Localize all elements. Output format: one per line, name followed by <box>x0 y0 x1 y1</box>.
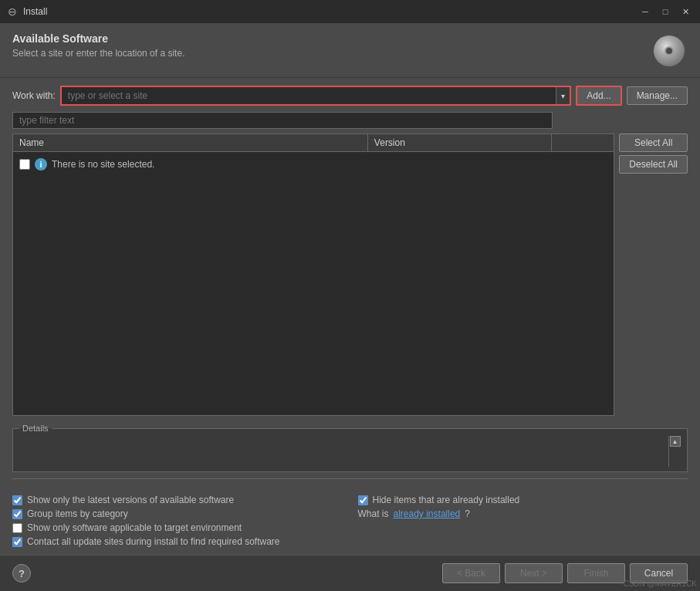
target-env-checkbox[interactable] <box>12 523 22 533</box>
col-version: Version <box>368 134 552 151</box>
table-header: Name Version <box>12 133 614 151</box>
close-button[interactable]: ✕ <box>677 3 694 20</box>
details-scrollbar: ▲ <box>668 436 681 467</box>
side-buttons: Select All Deselect All <box>619 133 688 416</box>
option-contact-sites-row: Contact all update sites during install … <box>12 536 688 547</box>
group-category-label: Group items by category <box>27 508 128 519</box>
option-what-installed: What is already installed ? <box>358 508 688 519</box>
option-contact-sites <box>358 522 688 533</box>
dialog-content: Work with: ▾ Add... Manage... Name Versi… <box>0 78 700 555</box>
app-icon: ⊖ <box>6 5 19 18</box>
options-grid: Show only the latest versions of availab… <box>12 495 688 547</box>
filter-input[interactable] <box>12 112 553 129</box>
table-container: Name Version i There is no site selected… <box>12 133 688 416</box>
dialog-header: Available Software Select a site or ente… <box>0 23 700 78</box>
option-latest-versions: Show only the latest versions of availab… <box>12 495 343 505</box>
latest-versions-label: Show only the latest versions of availab… <box>27 495 234 505</box>
details-section: Details ▲ <box>12 424 688 472</box>
latest-versions-checkbox[interactable] <box>12 495 22 505</box>
add-button[interactable]: Add... <box>576 86 621 106</box>
header-icon <box>651 32 688 69</box>
scroll-up-arrow[interactable]: ▲ <box>670 436 681 447</box>
finish-button[interactable]: Finish <box>567 563 625 583</box>
watermark: CSDN @MAVER1CK <box>623 579 697 588</box>
work-with-row: Work with: ▾ Add... Manage... <box>12 86 688 106</box>
col-extra <box>552 134 614 151</box>
title-bar-text: Install <box>23 6 637 17</box>
manage-button[interactable]: Manage... <box>627 86 688 105</box>
dialog-body: Available Software Select a site or ente… <box>0 23 700 591</box>
separator <box>12 478 688 479</box>
target-env-label: Show only software applicable to target … <box>27 522 242 533</box>
help-button[interactable]: ? <box>12 564 31 583</box>
next-button[interactable]: Next > <box>505 563 563 583</box>
option-hide-installed: Hide items that are already installed <box>358 495 688 505</box>
site-input-container: ▾ <box>60 86 571 106</box>
select-all-button[interactable]: Select All <box>619 133 688 152</box>
contact-sites-label: Contact all update sites during install … <box>27 536 280 547</box>
hide-installed-checkbox[interactable] <box>358 495 368 505</box>
table-message-row: i There is no site selected. <box>13 152 614 177</box>
site-input[interactable] <box>62 87 556 104</box>
minimize-button[interactable]: ─ <box>637 3 654 20</box>
work-with-label: Work with: <box>12 90 56 101</box>
contact-sites-checkbox[interactable] <box>12 537 22 547</box>
col-name: Name <box>13 134 368 151</box>
what-installed-suffix: ? <box>465 508 470 519</box>
back-button[interactable]: < Back <box>442 563 500 583</box>
table-body: i There is no site selected. <box>12 151 614 416</box>
options-section: Show only the latest versions of availab… <box>12 495 688 547</box>
option-target-env: Show only software applicable to target … <box>12 522 343 533</box>
details-content: ▲ <box>19 436 681 467</box>
filter-row <box>12 112 688 129</box>
group-category-checkbox[interactable] <box>12 509 22 519</box>
header-title: Available Software <box>12 32 184 45</box>
deselect-all-button[interactable]: Deselect All <box>619 155 688 174</box>
hide-installed-label: Hide items that are already installed <box>373 495 520 505</box>
details-text <box>19 436 668 467</box>
title-bar: ⊖ Install ─ □ ✕ <box>0 0 700 23</box>
header-text: Available Software Select a site or ente… <box>12 32 184 59</box>
table-wrapper: Name Version i There is no site selected… <box>12 133 614 416</box>
info-icon: i <box>35 158 47 171</box>
cd-icon <box>654 35 685 66</box>
option-group-category: Group items by category <box>12 508 343 519</box>
site-dropdown-button[interactable]: ▾ <box>556 87 570 104</box>
table-message: There is no site selected. <box>52 159 154 170</box>
maximize-button[interactable]: □ <box>657 3 674 20</box>
header-subtitle: Select a site or enter the location of a… <box>12 48 184 59</box>
dialog-footer: ? < Back Next > Finish Cancel <box>0 555 700 591</box>
what-installed-text: What is <box>358 508 389 519</box>
already-installed-link[interactable]: already installed <box>394 508 461 519</box>
details-fieldset: Details ▲ <box>12 424 688 472</box>
title-bar-controls: ─ □ ✕ <box>637 3 694 20</box>
details-legend: Details <box>19 424 52 433</box>
row-checkbox[interactable] <box>19 159 30 170</box>
